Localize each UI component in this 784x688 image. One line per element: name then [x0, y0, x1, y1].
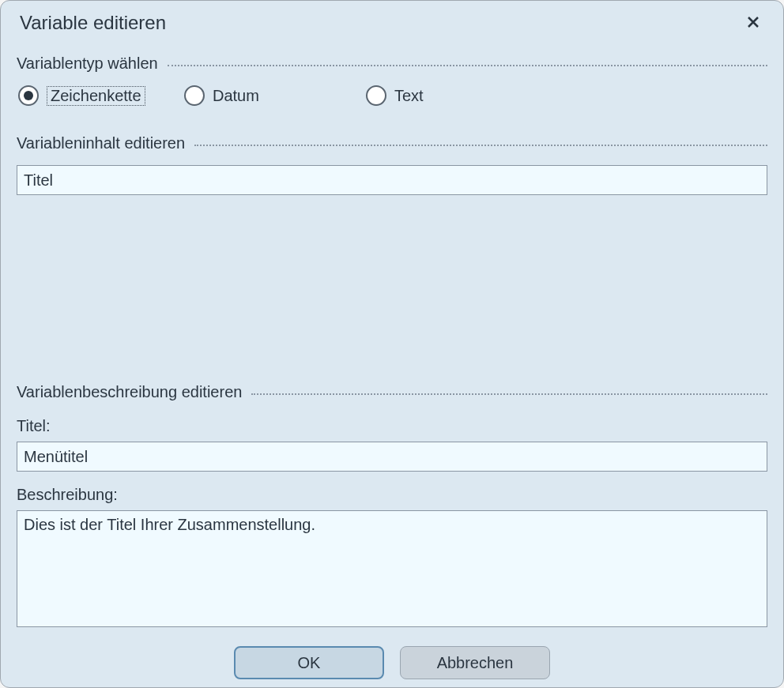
close-icon — [747, 13, 760, 33]
section-header-type: Variablentyp wählen — [17, 55, 767, 73]
variable-edit-dialog: Variable editieren Variablentyp wählen Z… — [0, 0, 784, 688]
radio-icon — [184, 85, 205, 106]
description-field-label: Beschreibung: — [17, 486, 767, 504]
section-title-content: Variableninhalt editieren — [17, 134, 194, 152]
ok-button[interactable]: OK — [234, 646, 384, 679]
divider — [251, 393, 767, 395]
close-button[interactable] — [742, 12, 764, 34]
radio-label-string: Zeichenkette — [47, 86, 145, 106]
radio-icon — [18, 85, 39, 106]
section-header-content: Variableninhalt editieren — [17, 134, 767, 152]
content-spacer — [17, 195, 767, 377]
title-field-label: Titel: — [17, 417, 767, 435]
radio-option-string[interactable]: Zeichenkette — [18, 85, 184, 106]
radio-label-date: Datum — [213, 87, 259, 105]
section-header-description: Variablenbeschreibung editieren — [17, 383, 767, 401]
dialog-header: Variable editieren — [1, 1, 783, 40]
title-input[interactable] — [17, 442, 767, 472]
divider — [194, 145, 767, 146]
variable-type-radio-group: Zeichenkette Datum Text — [17, 85, 767, 106]
dialog-title: Variable editieren — [20, 12, 166, 34]
radio-option-date[interactable]: Datum — [184, 85, 366, 106]
radio-label-text: Text — [394, 87, 424, 105]
section-title-type: Variablentyp wählen — [17, 55, 168, 73]
dialog-footer: OK Abbrechen — [1, 627, 783, 688]
cancel-button[interactable]: Abbrechen — [400, 646, 550, 679]
description-textarea[interactable] — [17, 510, 767, 627]
variable-content-input[interactable] — [17, 165, 767, 195]
radio-option-text[interactable]: Text — [366, 85, 524, 106]
radio-icon — [366, 85, 386, 106]
section-title-description: Variablenbeschreibung editieren — [17, 383, 251, 401]
dialog-body: Variablentyp wählen Zeichenkette Datum T… — [1, 40, 783, 627]
divider — [168, 65, 767, 66]
